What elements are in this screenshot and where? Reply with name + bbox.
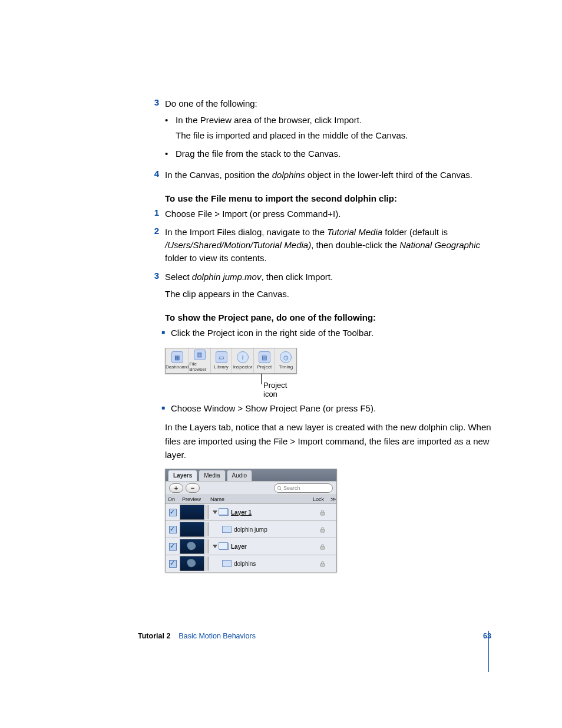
tab-media[interactable]: Media [199, 470, 225, 481]
italic-text: /Users/Shared/Motion/Tutorial Media) [165, 240, 311, 250]
layer-row[interactable]: Layer 1 [166, 504, 336, 521]
step-number: 2 [138, 226, 165, 264]
toolbar-btn-file-browser[interactable]: ▥ File Browser [189, 348, 211, 373]
toolbar-figure: ▦ Dashboard ▥ File Browser ▭ Library i I… [165, 348, 297, 391]
file-step-1: 1 Choose File > Import (or press Command… [138, 207, 491, 220]
disclosure-triangle-icon[interactable] [213, 545, 217, 548]
row-label: dolphin jump [234, 526, 267, 533]
col-lock: Lock [313, 496, 329, 502]
layer-row[interactable]: Layer [166, 538, 336, 555]
grip-icon[interactable] [206, 522, 209, 536]
row-name: Layer [213, 543, 315, 550]
library-icon: ▭ [216, 351, 227, 363]
dashboard-icon: ▦ [171, 351, 183, 363]
text: , then click Import. [261, 272, 333, 282]
inspector-icon: i [237, 351, 249, 363]
row-name: dolphins [213, 560, 315, 567]
disclosure-triangle-icon[interactable] [213, 510, 217, 514]
text: ). [335, 209, 340, 219]
followup-text: The file is imported and placed in the m… [176, 129, 491, 142]
toolbar-label: Inspector [233, 364, 253, 370]
toolbar-btn-timing[interactable]: ◷ Timing [275, 348, 296, 373]
checkbox[interactable] [169, 543, 177, 551]
text: object in the lower-left third of the Ca… [305, 170, 472, 180]
row-label: Layer 1 [231, 509, 252, 516]
file-step-2: 2 In the Import Files dialog, navigate t… [138, 226, 491, 264]
tab-audio[interactable]: Audio [227, 470, 253, 481]
toolbar-btn-library[interactable]: ▭ Library [211, 348, 233, 373]
toolbar-label: Dashboard [166, 364, 189, 370]
step-text: Do one of the following: [165, 98, 257, 108]
lock-cell[interactable] [315, 543, 329, 550]
step-body: In the Import Files dialog, navigate to … [165, 226, 491, 264]
preview-thumb [180, 522, 204, 537]
lock-cell[interactable] [315, 509, 329, 516]
square-bullet-icon: ■ [138, 402, 171, 415]
lock-icon [319, 526, 326, 533]
file-step-3: 3 Select dolphin jump.mov, then click Im… [138, 271, 491, 301]
text: In the Import Files dialog, navigate to … [165, 227, 327, 237]
step-number: 3 [138, 97, 165, 163]
checkbox[interactable] [169, 526, 177, 533]
layer-row[interactable]: dolphins [166, 555, 336, 572]
toolbar-label: Project [257, 364, 272, 370]
bullet-text: Drag the file from the stack to the Canv… [176, 147, 491, 160]
svg-line-1 [280, 489, 282, 490]
action-bullet: ■ Choose Window > Show Project Pane (or … [138, 402, 491, 415]
layer-row[interactable]: dolphin jump [166, 521, 336, 538]
toolbar: ▦ Dashboard ▥ File Browser ▭ Library i I… [165, 348, 297, 374]
text: ). [371, 403, 376, 413]
callout: Project icon [165, 374, 297, 391]
toolbar-btn-project[interactable]: ▤ Project [254, 348, 276, 373]
text: , then double-click the [311, 240, 399, 250]
project-icon: ▤ [259, 351, 270, 363]
text: Choose File > Import (or press [165, 209, 287, 219]
tab-layers[interactable]: Layers [168, 470, 197, 481]
column-headers: On Preview Name Lock ≫ [166, 495, 336, 504]
toolbar-label: File Browser [189, 361, 210, 372]
bullet-dot-icon: • [165, 147, 176, 160]
lock-icon [319, 561, 326, 567]
text: folder (default is [382, 227, 448, 237]
layers-panel: Layers Media Audio + − Search On Preview… [165, 469, 337, 572]
search-input[interactable]: Search [274, 483, 333, 493]
section-heading: To use the File menu to import the secon… [165, 192, 491, 205]
svg-rect-4 [320, 546, 325, 549]
search-placeholder: Search [283, 485, 300, 491]
step-4: 4 In the Canvas, position the dolphins o… [138, 169, 491, 182]
text: Choose Window > Show Project Pane (or pr… [171, 403, 360, 413]
timing-icon: ◷ [280, 351, 292, 363]
col-preview: Preview [182, 496, 208, 502]
footer-title: Basic Motion Behaviors [178, 632, 256, 640]
italic-text: Tutorial Media [327, 227, 382, 237]
grip-icon[interactable] [206, 556, 209, 571]
remove-button[interactable]: − [186, 483, 200, 493]
callout-label: Project icon [263, 381, 297, 398]
add-button[interactable]: + [169, 483, 183, 493]
checkbox[interactable] [169, 509, 177, 516]
grip-icon[interactable] [206, 539, 209, 554]
sub-bullet: • In the Preview area of the browser, cl… [165, 114, 491, 127]
lock-icon [319, 543, 326, 550]
lock-icon [319, 509, 326, 516]
bullet-text: Click the Project icon in the right side… [171, 327, 491, 340]
row-name: dolphin jump [213, 526, 315, 533]
row-label: dolphins [234, 561, 256, 567]
italic-text: dolphin jump.mov [192, 272, 262, 282]
on-cell [166, 543, 180, 551]
tabs-row: Layers Media Audio [166, 469, 336, 481]
lock-cell[interactable] [315, 526, 329, 533]
toolbar-btn-dashboard[interactable]: ▦ Dashboard [166, 348, 189, 373]
step-number: 1 [138, 207, 165, 220]
toolbar-btn-inspector[interactable]: i Inspector [232, 348, 254, 373]
col-on: On [166, 496, 182, 502]
footer-rule [488, 631, 489, 672]
grip-icon[interactable] [206, 505, 209, 519]
step-body: In the Canvas, position the dolphins obj… [165, 169, 491, 182]
lock-cell[interactable] [315, 561, 329, 567]
page-footer: Tutorial 2 Basic Motion Behaviors 63 [138, 632, 491, 640]
step-body: Select dolphin jump.mov, then click Impo… [165, 271, 491, 301]
bullet-text: In the Preview area of the browser, clic… [176, 114, 491, 127]
paragraph: In the Layers tab, notice that a new lay… [165, 420, 491, 462]
checkbox[interactable] [169, 560, 177, 568]
